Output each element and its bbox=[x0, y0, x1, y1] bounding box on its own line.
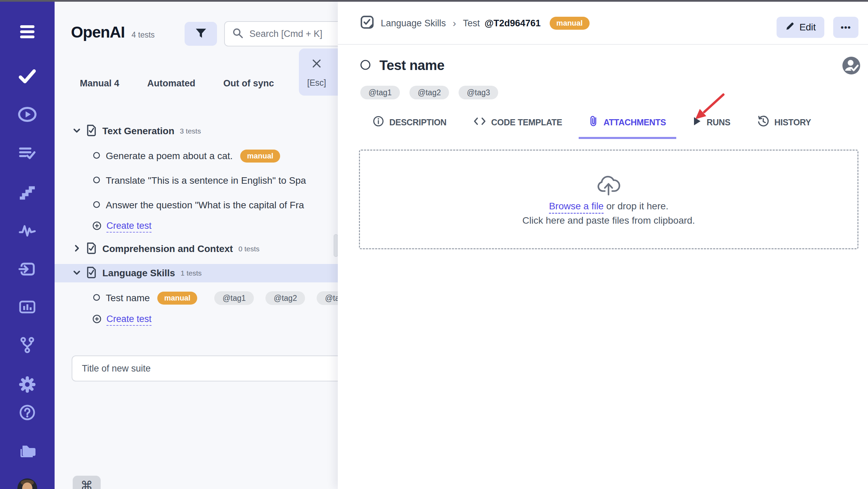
circle-status-icon bbox=[93, 152, 100, 160]
esc-close-popup: [Esc] bbox=[299, 48, 338, 96]
drop-hint-text: or drop it here. bbox=[606, 201, 668, 211]
tab-code-template[interactable]: CODE TEMPLATE bbox=[473, 115, 562, 139]
manual-badge: manual bbox=[240, 150, 280, 163]
file-dropzone[interactable]: Browse a file or drop it here. Click her… bbox=[359, 150, 858, 249]
test-label: Generate a poem about a cat. bbox=[106, 151, 233, 162]
test-row-test-name[interactable]: Test name manual @tag1 @tag2 @tag3 bbox=[93, 290, 338, 306]
suite-row-text-generation[interactable]: Text Generation 3 tests bbox=[72, 123, 201, 139]
tag-pill: @tag3 bbox=[459, 86, 498, 99]
edit-button[interactable]: Edit bbox=[777, 17, 824, 38]
suite-label: Language Skills bbox=[102, 268, 175, 279]
tag-pill: @tag3 bbox=[317, 291, 338, 305]
test-detail-drawer: Language Skills › Test @T2d964761 manual… bbox=[338, 2, 868, 489]
create-test-link[interactable]: Create test bbox=[106, 221, 151, 233]
edit-label: Edit bbox=[799, 22, 816, 33]
breadcrumb-separator: › bbox=[453, 17, 456, 29]
git-branch-icon[interactable] bbox=[19, 336, 36, 353]
suite-count: 0 tests bbox=[238, 245, 260, 253]
suite-row-comprehension[interactable]: Comprehension and Context 0 tests bbox=[72, 241, 260, 257]
search-box[interactable] bbox=[224, 21, 338, 46]
test-row-answer[interactable]: Answer the question "What is the capital… bbox=[93, 197, 304, 213]
suite-label: Text Generation bbox=[102, 126, 174, 137]
browse-file-link[interactable]: Browse a file bbox=[549, 201, 604, 214]
cloud-upload-icon bbox=[595, 173, 622, 197]
circle-status-icon bbox=[93, 201, 100, 210]
breadcrumb: Language Skills › Test @T2d964761 manual bbox=[360, 2, 590, 45]
suite-doc-icon bbox=[86, 266, 97, 280]
breadcrumb-test-id: @T2d964761 bbox=[484, 18, 540, 29]
more-options-button[interactable]: ••• bbox=[833, 17, 858, 38]
detail-tabs: DESCRIPTION CODE TEMPLATE ATTACHMENTS RU… bbox=[373, 115, 811, 139]
test-row-translate[interactable]: Translate "This is a sentence in English… bbox=[93, 172, 306, 189]
chevron-right-icon[interactable] bbox=[72, 244, 81, 254]
help-icon[interactable] bbox=[19, 404, 36, 421]
test-label: Test name bbox=[106, 293, 150, 304]
tab-out-of-sync[interactable]: Out of sync bbox=[223, 78, 274, 89]
list-panel-header: OpenAI 4 tests bbox=[71, 23, 155, 41]
app-root: OpenAI 4 tests [Esc] Manual 4 Automated … bbox=[0, 0, 868, 489]
activity-icon[interactable] bbox=[19, 222, 36, 238]
circle-plus-icon bbox=[92, 314, 102, 325]
list-filter-tabs: Manual 4 Automated Out of sync bbox=[80, 78, 274, 89]
user-check-icon[interactable] bbox=[842, 56, 860, 76]
user-avatar-photo[interactable] bbox=[17, 478, 37, 489]
pencil-icon bbox=[785, 22, 795, 33]
tag-pill: @tag2 bbox=[409, 86, 449, 99]
breadcrumb-suite[interactable]: Language Skills bbox=[381, 18, 446, 29]
menu-icon[interactable] bbox=[19, 24, 36, 40]
create-test-row[interactable]: Create test bbox=[92, 218, 151, 235]
tag-pill: @tag2 bbox=[265, 291, 305, 305]
cmd-key-badge[interactable]: ⌘ bbox=[73, 476, 101, 489]
create-test-link[interactable]: Create test bbox=[106, 314, 151, 326]
chevron-down-icon[interactable] bbox=[72, 268, 81, 278]
filter-button[interactable] bbox=[185, 22, 217, 46]
search-icon bbox=[232, 28, 243, 40]
history-icon bbox=[757, 115, 769, 129]
tests-count: 4 tests bbox=[132, 30, 155, 40]
workspace-title: OpenAI bbox=[71, 23, 125, 41]
test-label: Translate "This is a sentence in English… bbox=[106, 175, 306, 186]
test-row-poem[interactable]: Generate a poem about a cat. manual bbox=[93, 148, 280, 164]
breadcrumb-test-label: Test bbox=[463, 18, 480, 29]
tab-description[interactable]: DESCRIPTION bbox=[373, 115, 447, 139]
new-suite-title-input[interactable] bbox=[72, 355, 338, 381]
suite-label: Comprehension and Context bbox=[102, 243, 233, 254]
suite-list-panel: OpenAI 4 tests [Esc] Manual 4 Automated … bbox=[55, 2, 338, 489]
dropzone-browse-line: Browse a file or drop it here. bbox=[549, 201, 668, 212]
stairs-icon[interactable] bbox=[19, 184, 36, 200]
paperclip-icon bbox=[589, 115, 598, 129]
tab-automated[interactable]: Automated bbox=[147, 78, 196, 89]
tab-runs[interactable]: RUNS bbox=[693, 115, 730, 139]
tag-pill: @tag1 bbox=[214, 291, 254, 305]
info-icon bbox=[373, 115, 384, 129]
circle-status-icon bbox=[360, 59, 371, 72]
test-label: Answer the question "What is the capital… bbox=[106, 200, 304, 211]
circle-status-icon bbox=[93, 294, 100, 303]
list-check-icon[interactable] bbox=[19, 146, 36, 161]
suite-doc-icon bbox=[86, 242, 97, 256]
tab-attachments[interactable]: ATTACHMENTS bbox=[589, 115, 666, 139]
ellipsis-icon: ••• bbox=[841, 22, 851, 33]
suite-count: 1 tests bbox=[180, 269, 202, 277]
close-icon[interactable] bbox=[312, 59, 321, 70]
play-circle-icon[interactable] bbox=[18, 107, 37, 122]
gear-icon[interactable] bbox=[19, 376, 36, 393]
tab-history[interactable]: HISTORY bbox=[757, 115, 811, 139]
play-icon bbox=[693, 116, 701, 128]
tag-pill: @tag1 bbox=[360, 86, 400, 99]
circle-plus-icon bbox=[92, 221, 102, 232]
dropzone-paste-line: Click here and paste files from clipboar… bbox=[522, 215, 695, 226]
folder-icon[interactable] bbox=[18, 442, 37, 459]
suite-row-language-skills[interactable]: Language Skills 1 tests bbox=[72, 265, 202, 281]
list-scrollbar-thumb[interactable] bbox=[334, 234, 338, 257]
chevron-down-icon[interactable] bbox=[72, 126, 81, 136]
create-test-row[interactable]: Create test bbox=[92, 311, 151, 328]
tab-manual[interactable]: Manual 4 bbox=[80, 78, 119, 89]
test-tags-row: @tag1 @tag2 @tag3 bbox=[360, 86, 498, 99]
icon-sidebar bbox=[0, 2, 55, 489]
sign-in-icon[interactable] bbox=[18, 261, 36, 277]
chart-board-icon[interactable] bbox=[18, 299, 36, 315]
check-icon[interactable] bbox=[18, 68, 36, 84]
suite-count: 3 tests bbox=[180, 127, 201, 135]
search-input[interactable] bbox=[249, 28, 338, 40]
